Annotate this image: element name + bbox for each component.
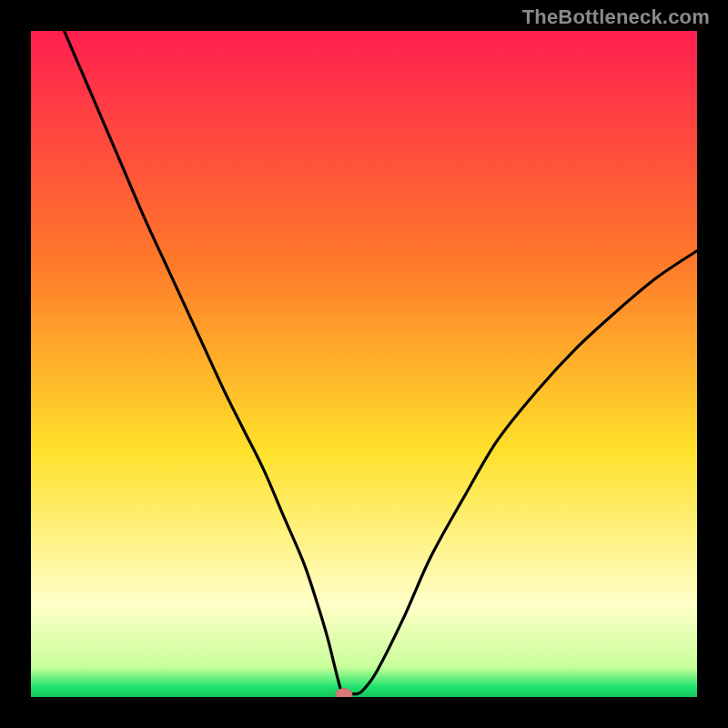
optimal-marker: [336, 689, 352, 697]
plot-svg: [31, 31, 697, 697]
gradient-background: [31, 31, 697, 697]
watermark-text: TheBottleneck.com: [522, 5, 710, 29]
chart-frame: TheBottleneck.com: [0, 0, 728, 728]
plot-area: [31, 31, 697, 697]
